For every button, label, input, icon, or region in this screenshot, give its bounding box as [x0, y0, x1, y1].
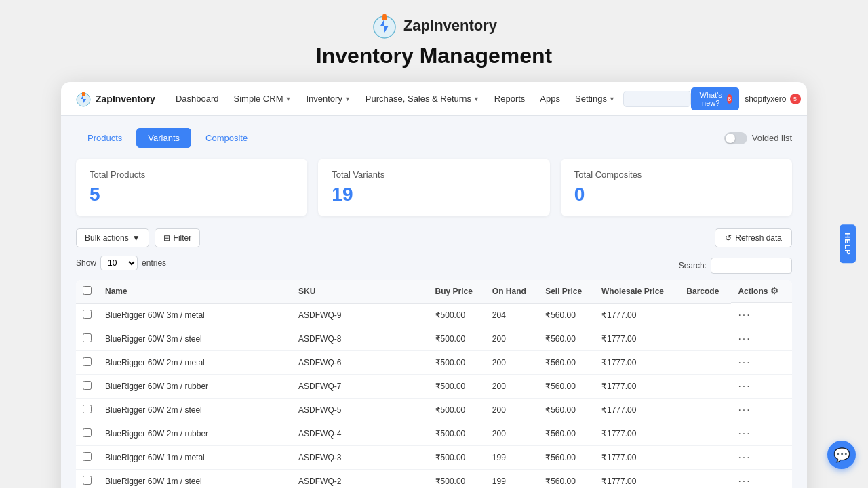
col-buy-price: Buy Price — [429, 280, 486, 304]
row-actions-0[interactable]: ··· — [738, 309, 751, 321]
row-actions-7[interactable]: ··· — [738, 475, 751, 487]
brand-name: ZapInventory — [403, 17, 497, 35]
row-name-2[interactable]: BlueRigger 60W 2m / metal — [98, 350, 292, 374]
table-row: BlueRigger 60W 2m / metal ASDFWQ-6 ₹500.… — [76, 350, 792, 374]
stats-row: Total Products 5 Total Variants 19 Total… — [76, 159, 792, 216]
nav-search-input[interactable] — [623, 91, 691, 107]
row-name-6[interactable]: BlueRigger 60W 1m / metal — [98, 445, 292, 469]
nav-inventory[interactable]: Inventory ▼ — [299, 89, 357, 108]
row-name-5[interactable]: BlueRigger 60W 2m / rubber — [98, 422, 292, 445]
navbar-brand[interactable]: ZapInventory — [75, 90, 155, 108]
search-label: Search: — [679, 261, 707, 270]
row-checkbox-1[interactable] — [83, 333, 92, 342]
tab-products[interactable]: Products — [76, 128, 134, 148]
stat-composites-value: 0 — [574, 184, 778, 205]
row-checkbox-6[interactable] — [83, 452, 92, 461]
row-name-7[interactable]: BlueRigger 60W 1m / steel — [98, 469, 292, 488]
row-wholesale-price-4: ₹1777.00 — [595, 398, 679, 422]
refresh-button[interactable]: ↺ Refresh data — [715, 228, 792, 247]
row-on-hand-3: 200 — [486, 374, 538, 398]
chat-fab[interactable]: 💬 — [827, 441, 856, 469]
stat-variants-value: 19 — [332, 184, 536, 205]
user-label: shopifyxero — [745, 94, 786, 104]
row-barcode-3 — [679, 374, 731, 398]
user-avatar-dot: 5 — [790, 94, 801, 104]
row-barcode-0 — [679, 304, 731, 327]
filter-icon: ⊟ — [163, 233, 170, 243]
row-barcode-4 — [679, 398, 731, 422]
tab-composite[interactable]: Composite — [194, 128, 259, 148]
row-actions-5[interactable]: ··· — [738, 428, 751, 439]
row-name-0[interactable]: BlueRigger 60W 3m / metal — [98, 304, 292, 327]
toggle-knob — [726, 134, 735, 143]
row-sell-price-3: ₹560.00 — [538, 374, 595, 398]
nav-reports[interactable]: Reports — [488, 89, 532, 108]
bulk-actions-button[interactable]: Bulk actions ▼ — [76, 228, 149, 247]
user-badge[interactable]: shopifyxero 5 — [745, 94, 800, 104]
col-name: Name — [98, 280, 292, 304]
table-row: BlueRigger 60W 1m / steel ASDFWQ-2 ₹500.… — [76, 469, 792, 488]
row-on-hand-5: 200 — [486, 422, 538, 445]
filter-button[interactable]: ⊟ Filter — [155, 228, 201, 247]
select-all-checkbox[interactable] — [83, 286, 92, 295]
row-barcode-6 — [679, 445, 731, 469]
col-sku: SKU — [292, 280, 428, 304]
row-name-1[interactable]: BlueRigger 60W 3m / steel — [98, 327, 292, 350]
row-checkbox-7[interactable] — [83, 476, 92, 485]
nav-apps[interactable]: Apps — [533, 89, 567, 108]
row-actions-4[interactable]: ··· — [738, 404, 751, 415]
filter-label: Filter — [174, 233, 192, 243]
row-checkbox-4[interactable] — [83, 405, 92, 413]
voided-switch[interactable] — [724, 132, 747, 144]
table-row: BlueRigger 60W 3m / steel ASDFWQ-8 ₹500.… — [76, 327, 792, 350]
stat-products-value: 5 — [90, 184, 294, 205]
row-checkbox-5[interactable] — [83, 428, 92, 437]
row-on-hand-1: 200 — [486, 327, 538, 350]
stat-composites-label: Total Composites — [574, 169, 778, 180]
nav-settings[interactable]: Settings ▼ — [568, 89, 622, 108]
svg-rect-3 — [82, 92, 85, 96]
row-actions-3[interactable]: ··· — [738, 380, 751, 392]
row-actions-2[interactable]: ··· — [738, 357, 751, 368]
row-checkbox-0[interactable] — [83, 310, 92, 319]
voided-label: Voided list — [752, 133, 792, 143]
row-sell-price-4: ₹560.00 — [538, 398, 595, 422]
whats-new-button[interactable]: What's new? 8 — [691, 87, 739, 110]
table-row: BlueRigger 60W 1m / metal ASDFWQ-3 ₹500.… — [76, 445, 792, 469]
row-wholesale-price-1: ₹1777.00 — [595, 327, 679, 350]
help-button[interactable]: HELP — [840, 224, 856, 263]
row-actions-6[interactable]: ··· — [738, 451, 751, 463]
voided-toggle[interactable]: Voided list — [724, 132, 792, 144]
row-on-hand-6: 199 — [486, 445, 538, 469]
row-name-3[interactable]: BlueRigger 60W 3m / rubber — [98, 374, 292, 398]
search-input[interactable] — [711, 258, 792, 274]
row-wholesale-price-0: ₹1777.00 — [595, 304, 679, 327]
row-barcode-1 — [679, 327, 731, 350]
row-sku-2: ASDFWQ-6 — [292, 350, 428, 374]
refresh-label: Refresh data — [735, 233, 782, 243]
row-name-4[interactable]: BlueRigger 60W 2m / steel — [98, 398, 292, 422]
bulk-actions-label: Bulk actions — [85, 233, 129, 243]
nav-purchase-sales[interactable]: Purchase, Sales & Returns ▼ — [359, 89, 486, 108]
row-buy-price-2: ₹500.00 — [429, 350, 486, 374]
row-checkbox-2[interactable] — [83, 357, 92, 366]
row-checkbox-3[interactable] — [83, 381, 92, 390]
row-buy-price-6: ₹500.00 — [429, 445, 486, 469]
show-select[interactable]: 10 25 50 100 — [100, 256, 138, 270]
row-sku-6: ASDFWQ-3 — [292, 445, 428, 469]
row-actions-1[interactable]: ··· — [738, 333, 751, 344]
nav-simple-crm[interactable]: Simple CRM ▼ — [227, 89, 298, 108]
row-buy-price-0: ₹500.00 — [429, 304, 486, 327]
nav-dashboard[interactable]: Dashboard — [169, 89, 226, 108]
row-buy-price-4: ₹500.00 — [429, 398, 486, 422]
actions-gear-icon[interactable]: ⚙ — [770, 286, 778, 296]
row-sku-3: ASDFWQ-7 — [292, 374, 428, 398]
row-wholesale-price-7: ₹1777.00 — [595, 469, 679, 488]
stat-products: Total Products 5 — [76, 159, 307, 216]
row-buy-price-1: ₹500.00 — [429, 327, 486, 350]
col-actions: Actions ⚙ — [731, 280, 792, 303]
tab-variants[interactable]: Variants — [136, 128, 191, 148]
settings-caret: ▼ — [609, 96, 615, 102]
row-sell-price-2: ₹560.00 — [538, 350, 595, 374]
table-row: BlueRigger 60W 3m / metal ASDFWQ-9 ₹500.… — [76, 304, 792, 327]
